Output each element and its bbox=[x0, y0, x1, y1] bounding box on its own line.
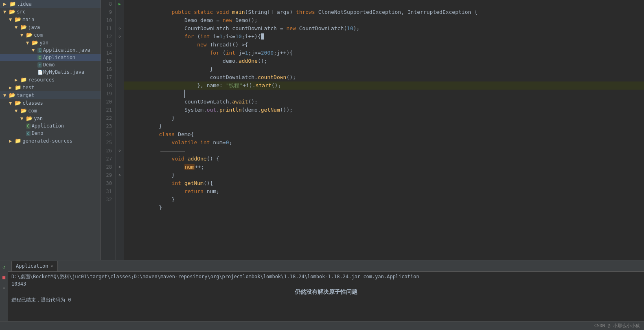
expand-icon: ▼ bbox=[9, 17, 12, 22]
sidebar-label-mybatis: MyMyBatis.java bbox=[43, 69, 84, 75]
bottom-panel-inner: Application × D:\桌面\RocketMQ\资料\juc01\ta… bbox=[8, 260, 644, 321]
sidebar-label-classes: classes bbox=[22, 100, 43, 106]
line-numbers: 8 9 10 11 12 13 14 15 16 17 18 19 20 21 … bbox=[101, 0, 116, 260]
expand-icon: ▼ bbox=[15, 108, 18, 114]
collapse-icon: ▶ bbox=[9, 85, 12, 90]
sidebar-item-application-class[interactable]: C Application bbox=[0, 54, 101, 61]
run-exit: 进程已结束，退出代码为 0 bbox=[11, 297, 641, 304]
folder-open-icon: 📂 bbox=[9, 92, 15, 98]
sidebar-item-yan2[interactable]: ▼ 📂 yan bbox=[0, 114, 101, 122]
class-green-icon: C bbox=[37, 55, 42, 60]
sidebar-item-com2[interactable]: ▼ 📂 com bbox=[0, 107, 101, 114]
java-class-icon: C bbox=[37, 48, 42, 53]
restart-icon[interactable]: ↺ bbox=[0, 262, 8, 272]
class-cyan-icon2: c bbox=[26, 131, 31, 136]
run-sidebar: ↺ ■ ≡ bbox=[0, 260, 8, 321]
sidebar-item-target[interactable]: ▼ 📂 target bbox=[0, 91, 101, 99]
sidebar-label-com: com bbox=[34, 32, 43, 38]
sidebar-item-idea[interactable]: ▶ 📁 .idea bbox=[0, 0, 101, 8]
folder-open-icon: 📂 bbox=[20, 24, 27, 30]
sidebar-item-main[interactable]: ▼ 📂 main bbox=[0, 15, 101, 23]
run-tab-application[interactable]: Application × bbox=[11, 261, 58, 271]
sidebar-label-test: test bbox=[22, 85, 34, 90]
class-green-icon2: C bbox=[26, 123, 31, 129]
collapse-icon: ▶ bbox=[15, 77, 18, 83]
sidebar-label-application: Application bbox=[43, 55, 75, 60]
scroll-icon[interactable]: ≡ bbox=[0, 283, 8, 293]
folder-open-icon: 📂 bbox=[15, 16, 21, 22]
underline-decoration bbox=[160, 151, 185, 152]
sidebar-item-demo[interactable]: c Demo bbox=[0, 61, 101, 68]
stop-icon[interactable]: ■ bbox=[0, 273, 8, 282]
folder-open-icon: 📂 bbox=[32, 40, 38, 46]
folder-icon: ▶ bbox=[3, 1, 7, 7]
sidebar-item-yan[interactable]: ▼ 📂 yan bbox=[0, 39, 101, 46]
sidebar-item-generated[interactable]: ▶ 📁 generated-sources bbox=[0, 137, 101, 145]
collapse-icon: ▶ bbox=[9, 138, 12, 144]
sidebar-label-demo: Demo bbox=[43, 62, 55, 68]
sidebar-label-java: java bbox=[28, 24, 40, 30]
code-scroll[interactable]: 8 9 10 11 12 13 14 15 16 17 18 19 20 21 … bbox=[101, 0, 644, 260]
folder-open-icon: 📂 bbox=[9, 9, 15, 15]
sidebar-label-yan2: yan bbox=[34, 116, 43, 121]
class-cyan-icon: c bbox=[37, 62, 42, 68]
code-line-23: class Demo{ bbox=[124, 122, 644, 130]
run-tab-close[interactable]: × bbox=[50, 264, 53, 268]
run-result: 10343 bbox=[11, 281, 641, 287]
sidebar-label-resources: resources bbox=[28, 77, 55, 83]
run-tab-label: Application bbox=[16, 263, 48, 269]
sidebar-label-src: src bbox=[17, 9, 26, 15]
code-line-32: } bbox=[124, 196, 644, 204]
cursor bbox=[184, 90, 185, 98]
code-line-8: public static void main(String[] args) t… bbox=[124, 0, 644, 8]
sidebar-label-app-compiled: Application bbox=[32, 123, 64, 129]
sidebar-label-target: target bbox=[17, 92, 34, 98]
sidebar-label-demo-compiled: Demo bbox=[32, 130, 44, 136]
folder-icon: 📁 bbox=[20, 77, 27, 83]
run-output: D:\桌面\RocketMQ\资料\juc01\target\classes;D… bbox=[8, 272, 644, 321]
sidebar-item-classes[interactable]: ▼ 📂 classes bbox=[0, 99, 101, 107]
sidebar-item-application-java[interactable]: ▼ C Application.java bbox=[0, 46, 101, 54]
code-lines[interactable]: public static void main(String[] args) t… bbox=[124, 0, 644, 260]
sidebar-item-app-compiled[interactable]: C Application bbox=[0, 122, 101, 130]
sidebar-label-application-java: Application.java bbox=[43, 47, 90, 53]
folder-icon: 📁 bbox=[15, 138, 21, 144]
sidebar-item-label: .idea bbox=[17, 1, 32, 7]
folder-open-icon: 📂 bbox=[15, 100, 21, 106]
run-arrow: ▶ bbox=[118, 0, 121, 8]
code-line-24: volatile int num=0; bbox=[124, 130, 644, 139]
sidebar-item-resources[interactable]: ▶ 📁 resources bbox=[0, 76, 101, 84]
code-line-19: countDownLatch.await(); bbox=[124, 90, 644, 98]
expand-icon: ▼ bbox=[9, 100, 12, 106]
sidebar-label-main: main bbox=[22, 17, 34, 22]
expand-icon: ▼ bbox=[3, 92, 6, 98]
folder-open-icon: 📂 bbox=[20, 108, 27, 114]
sidebar-label-yan: yan bbox=[39, 40, 48, 46]
expand-icon: ▼ bbox=[20, 116, 23, 121]
expand-icon: ▼ bbox=[26, 40, 29, 46]
sidebar-item-demo-compiled[interactable]: c Demo bbox=[0, 130, 101, 137]
run-path: D:\桌面\RocketMQ\资料\juc01\target\classes;D… bbox=[11, 273, 641, 280]
sidebar-label-generated: generated-sources bbox=[22, 138, 72, 144]
code-line-29: int getNum(){ bbox=[124, 171, 644, 179]
expand-icon: ▼ bbox=[3, 9, 6, 15]
status-bar: CSDN @ 小那么小小猿 bbox=[0, 321, 644, 330]
sidebar-item-test[interactable]: ▶ 📁 test bbox=[0, 84, 101, 91]
sidebar-item-java[interactable]: ▼ 📂 java bbox=[0, 23, 101, 31]
sidebar-item-src[interactable]: ▼ 📂 src bbox=[0, 8, 101, 15]
sidebar-item-com[interactable]: ▼ 📂 com bbox=[0, 31, 101, 39]
folder-closed-icon: 📁 bbox=[9, 1, 16, 7]
expand-icon: ▼ bbox=[20, 32, 23, 38]
gutter: ▶ ◇ ◇ ◇ ◇ ◇ bbox=[116, 0, 124, 260]
main-area: ▶ 📁 .idea ▼ 📂 src ▼ 📂 main ▼ 📂 java bbox=[0, 0, 644, 260]
file-tree[interactable]: ▶ 📁 .idea ▼ 📂 src ▼ 📂 main ▼ 📂 java bbox=[0, 0, 101, 260]
code-line-22: } bbox=[124, 114, 644, 122]
highlight-num: num bbox=[184, 164, 195, 170]
folder-icon: 📁 bbox=[15, 84, 21, 90]
bottom-panel: ↺ ■ ≡ Application × D:\桌面\RocketMQ\资料\ju… bbox=[0, 260, 644, 321]
sidebar-label-com2: com bbox=[28, 108, 37, 114]
sidebar-item-mybatis[interactable]: 📄 MyMyBatis.java bbox=[0, 68, 101, 76]
run-tabs: Application × bbox=[8, 260, 644, 272]
run-warning: 仍然没有解决原子性问题 bbox=[11, 288, 641, 296]
code-editor[interactable]: 8 9 10 11 12 13 14 15 16 17 18 19 20 21 … bbox=[101, 0, 644, 260]
